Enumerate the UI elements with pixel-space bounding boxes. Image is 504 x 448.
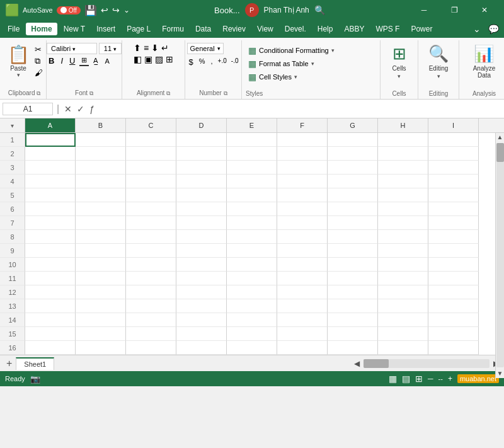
row-num-11[interactable]: 11 bbox=[0, 272, 25, 285]
cell-A4[interactable] bbox=[25, 175, 76, 188]
cell-H8[interactable] bbox=[378, 230, 428, 244]
cell-E1[interactable] bbox=[227, 133, 277, 147]
menu-wps[interactable]: WPS F bbox=[370, 23, 404, 35]
cell-B16[interactable] bbox=[76, 341, 126, 355]
cell-F2[interactable] bbox=[277, 147, 328, 161]
cut-button[interactable]: ✂ bbox=[33, 44, 44, 55]
number-expand-icon[interactable]: ⧉ bbox=[224, 90, 227, 96]
cell-H5[interactable] bbox=[378, 188, 428, 202]
v-scroll-thumb[interactable] bbox=[496, 143, 504, 162]
h-scroll-track[interactable] bbox=[364, 359, 490, 368]
cell-G2[interactable] bbox=[328, 147, 378, 161]
col-header-C[interactable]: C bbox=[126, 118, 176, 132]
font-expand-icon[interactable]: ⧉ bbox=[89, 90, 93, 96]
align-top-icon[interactable]: ⬆ bbox=[134, 43, 141, 53]
cell-E10[interactable] bbox=[227, 258, 277, 272]
cell-I5[interactable] bbox=[428, 188, 479, 202]
ribbon-collapse-icon[interactable]: ⌄ bbox=[471, 23, 483, 35]
increase-decimal-button[interactable]: +.0 bbox=[217, 57, 228, 67]
cell-D4[interactable] bbox=[176, 175, 227, 188]
cell-C13[interactable] bbox=[126, 299, 176, 313]
cell-I13[interactable] bbox=[428, 299, 479, 313]
comments-icon[interactable]: 💬 bbox=[486, 23, 501, 35]
page-break-view-icon[interactable]: ⊞ bbox=[415, 374, 423, 384]
cell-G6[interactable] bbox=[328, 202, 378, 216]
cell-F16[interactable] bbox=[277, 341, 328, 355]
cell-F5[interactable] bbox=[277, 188, 328, 202]
cell-C12[interactable] bbox=[126, 285, 176, 299]
comma-button[interactable]: , bbox=[209, 57, 215, 67]
menu-abby[interactable]: ABBY bbox=[339, 23, 369, 35]
menu-power[interactable]: Power bbox=[406, 23, 437, 35]
cell-I4[interactable] bbox=[428, 175, 479, 188]
row-num-6[interactable]: 6 bbox=[0, 202, 25, 216]
row-num-12[interactable]: 12 bbox=[0, 285, 25, 299]
cell-B13[interactable] bbox=[76, 299, 126, 313]
cell-F14[interactable] bbox=[277, 313, 328, 327]
cell-F3[interactable] bbox=[277, 161, 328, 175]
cell-E12[interactable] bbox=[227, 285, 277, 299]
cell-D2[interactable] bbox=[176, 147, 227, 161]
cell-D7[interactable] bbox=[176, 216, 227, 230]
row-num-3[interactable]: 3 bbox=[0, 161, 25, 175]
formula-input[interactable] bbox=[98, 103, 501, 115]
cell-A10[interactable] bbox=[25, 258, 76, 272]
cell-B11[interactable] bbox=[76, 272, 126, 285]
cell-C4[interactable] bbox=[126, 175, 176, 188]
cell-I8[interactable] bbox=[428, 230, 479, 244]
cell-H11[interactable] bbox=[378, 272, 428, 285]
row-num-9[interactable]: 9 bbox=[0, 244, 25, 258]
cell-B3[interactable] bbox=[76, 161, 126, 175]
cell-I9[interactable] bbox=[428, 244, 479, 258]
cell-A14[interactable] bbox=[25, 313, 76, 327]
cell-G13[interactable] bbox=[328, 299, 378, 313]
cell-C10[interactable] bbox=[126, 258, 176, 272]
cell-D8[interactable] bbox=[176, 230, 227, 244]
cell-F11[interactable] bbox=[277, 272, 328, 285]
cell-B6[interactable] bbox=[76, 202, 126, 216]
cell-reference-input[interactable] bbox=[3, 103, 53, 115]
cell-I2[interactable] bbox=[428, 147, 479, 161]
scroll-up-icon[interactable]: ▲ bbox=[496, 132, 504, 142]
cell-I14[interactable] bbox=[428, 313, 479, 327]
cell-B8[interactable] bbox=[76, 230, 126, 244]
autosave-toggle[interactable]: Off bbox=[57, 6, 81, 14]
select-all-button[interactable]: ▾ bbox=[11, 122, 14, 129]
confirm-formula-icon[interactable]: ✓ bbox=[76, 104, 86, 114]
col-header-A[interactable]: A bbox=[25, 118, 76, 132]
close-button[interactable]: ✕ bbox=[470, 0, 499, 20]
col-header-E[interactable]: E bbox=[227, 118, 277, 132]
align-center-icon[interactable]: ▣ bbox=[144, 54, 152, 64]
scroll-down-icon[interactable]: ▼ bbox=[496, 369, 504, 378]
cell-I15[interactable] bbox=[428, 327, 479, 341]
cell-H10[interactable] bbox=[378, 258, 428, 272]
row-num-14[interactable]: 14 bbox=[0, 313, 25, 327]
cell-A8[interactable] bbox=[25, 230, 76, 244]
cell-A9[interactable] bbox=[25, 244, 76, 258]
cell-A15[interactable] bbox=[25, 327, 76, 341]
bold-button[interactable]: B bbox=[47, 55, 56, 66]
cell-I11[interactable] bbox=[428, 272, 479, 285]
cell-D13[interactable] bbox=[176, 299, 227, 313]
cell-B7[interactable] bbox=[76, 216, 126, 230]
cell-B4[interactable] bbox=[76, 175, 126, 188]
cell-C3[interactable] bbox=[126, 161, 176, 175]
editing-button[interactable]: 🔍 Editing ▾ bbox=[426, 43, 451, 81]
cell-F9[interactable] bbox=[277, 244, 328, 258]
format-as-table-button[interactable]: ▦ Format as Table ▾ bbox=[246, 57, 337, 70]
cell-B14[interactable] bbox=[76, 313, 126, 327]
cell-I16[interactable] bbox=[428, 341, 479, 355]
cell-B10[interactable] bbox=[76, 258, 126, 272]
search-icon[interactable]: 🔍 bbox=[314, 5, 325, 15]
camera-icon[interactable]: 📷 bbox=[30, 374, 40, 384]
cell-A1[interactable] bbox=[25, 133, 76, 147]
cell-I12[interactable] bbox=[428, 285, 479, 299]
menu-newt[interactable]: New T bbox=[59, 23, 90, 35]
underline-button[interactable]: U bbox=[67, 55, 77, 66]
cell-F1[interactable] bbox=[277, 133, 328, 147]
cell-A3[interactable] bbox=[25, 161, 76, 175]
cell-C16[interactable] bbox=[126, 341, 176, 355]
cell-C8[interactable] bbox=[126, 230, 176, 244]
currency-button[interactable]: $ bbox=[187, 57, 195, 67]
conditional-formatting-button[interactable]: ▦ Conditional Formatting ▾ bbox=[246, 44, 337, 57]
